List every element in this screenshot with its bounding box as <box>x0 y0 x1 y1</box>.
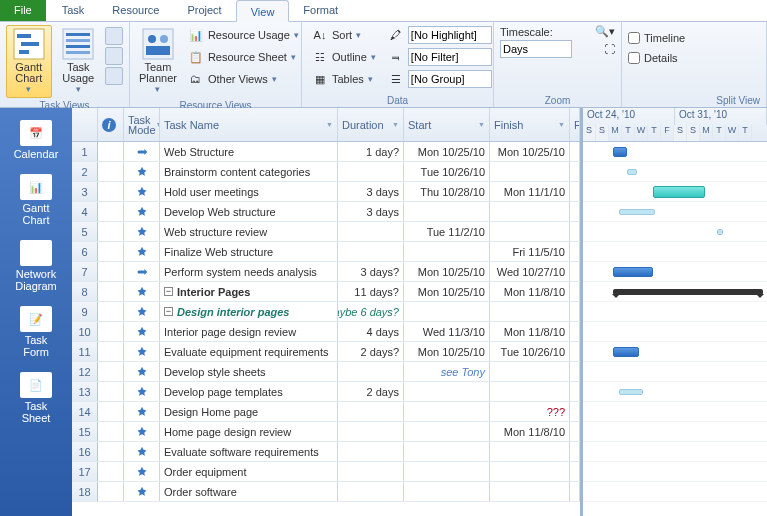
extra-cell[interactable] <box>570 302 580 321</box>
duration-cell[interactable]: 11 days? <box>338 282 404 301</box>
table-row[interactable]: 5Web structure reviewTue 11/2/10 <box>72 222 580 242</box>
duration-cell[interactable]: 3 days? <box>338 262 404 281</box>
start-cell[interactable] <box>404 242 490 261</box>
mode-cell[interactable] <box>124 342 160 361</box>
gantt-row[interactable] <box>583 422 767 442</box>
start-cell[interactable]: Mon 10/25/10 <box>404 262 490 281</box>
duration-cell[interactable]: 2 days? <box>338 342 404 361</box>
details-check[interactable]: Details <box>628 49 760 67</box>
start-cell[interactable] <box>404 382 490 401</box>
gantt-row[interactable] <box>583 302 767 322</box>
taskname-cell[interactable]: Web structure review <box>160 222 338 241</box>
row-number[interactable]: 3 <box>72 182 98 201</box>
taskname-cell[interactable]: Hold user meetings <box>160 182 338 201</box>
info-cell[interactable] <box>98 302 124 321</box>
duration-cell[interactable] <box>338 402 404 421</box>
gantt-bar[interactable] <box>717 229 723 235</box>
finish-cell[interactable] <box>490 482 570 501</box>
taskname-cell[interactable]: Finalize Web structure <box>160 242 338 261</box>
mode-cell[interactable] <box>124 422 160 441</box>
mode-cell[interactable] <box>124 362 160 381</box>
info-cell[interactable] <box>98 402 124 421</box>
info-cell[interactable] <box>98 222 124 241</box>
nav-tasksheet[interactable]: 📄Task Sheet <box>6 368 66 428</box>
finish-cell[interactable]: ??? <box>490 402 570 421</box>
duration-cell[interactable]: 2 days <box>338 382 404 401</box>
gantt-row[interactable] <box>583 362 767 382</box>
gantt-row[interactable] <box>583 482 767 502</box>
timescale-combo[interactable] <box>500 40 572 58</box>
mode-cell[interactable] <box>124 302 160 321</box>
finish-cell[interactable]: Wed 10/27/10 <box>490 262 570 281</box>
gantt-row[interactable] <box>583 402 767 422</box>
taskname-cell[interactable]: Develop style sheets <box>160 362 338 381</box>
mode-cell[interactable] <box>124 402 160 421</box>
row-number[interactable]: 15 <box>72 422 98 441</box>
gantt-row[interactable] <box>583 222 767 242</box>
info-cell[interactable] <box>98 322 124 341</box>
finish-cell[interactable] <box>490 382 570 401</box>
start-cell[interactable] <box>404 422 490 441</box>
other-views-button[interactable]: 🗂Other Views <box>184 69 303 89</box>
table-row[interactable]: 15Home page design reviewMon 11/8/10 <box>72 422 580 442</box>
resource-sheet-button[interactable]: 📋Resource Sheet <box>184 47 303 67</box>
group-combo[interactable]: ☰ <box>384 69 496 89</box>
extra-cell[interactable] <box>570 262 580 281</box>
info-cell[interactable] <box>98 282 124 301</box>
finish-cell[interactable]: Mon 11/8/10 <box>490 282 570 301</box>
gantt-bar[interactable] <box>613 267 653 277</box>
finish-cell[interactable] <box>490 362 570 381</box>
info-cell[interactable] <box>98 262 124 281</box>
duration-cell[interactable] <box>338 362 404 381</box>
finish-cell[interactable]: Mon 10/25/10 <box>490 142 570 161</box>
taskname-cell[interactable]: Home page design review <box>160 422 338 441</box>
gantt-body[interactable] <box>583 142 767 516</box>
row-number[interactable]: 1 <box>72 142 98 161</box>
mode-cell[interactable] <box>124 322 160 341</box>
taskname-cell[interactable]: Web Structure <box>160 142 338 161</box>
mode-cell[interactable] <box>124 182 160 201</box>
finish-cell[interactable] <box>490 442 570 461</box>
info-cell[interactable] <box>98 442 124 461</box>
table-row[interactable]: 12Develop style sheetssee Tony <box>72 362 580 382</box>
col-info[interactable]: i <box>98 108 124 141</box>
table-row[interactable]: 16Evaluate software requirements <box>72 442 580 462</box>
gantt-row[interactable] <box>583 162 767 182</box>
gantt-bar[interactable] <box>613 289 763 295</box>
finish-cell[interactable]: Mon 11/8/10 <box>490 422 570 441</box>
menu-file[interactable]: File <box>0 0 46 21</box>
start-cell[interactable]: see Tony <box>404 362 490 381</box>
table-row[interactable]: 14Design Home page??? <box>72 402 580 422</box>
calendar-mini-icon[interactable] <box>105 47 123 65</box>
outline-toggle[interactable]: − <box>164 307 173 316</box>
col-taskmode[interactable]: Task Mode▼ <box>124 108 160 141</box>
finish-cell[interactable] <box>490 202 570 221</box>
info-cell[interactable] <box>98 362 124 381</box>
menu-project[interactable]: Project <box>173 0 235 21</box>
resource-usage-button[interactable]: 📊Resource Usage <box>184 25 303 45</box>
extra-cell[interactable] <box>570 162 580 181</box>
gantt-row[interactable] <box>583 242 767 262</box>
table-row[interactable]: 13Develop page templates2 days <box>72 382 580 402</box>
table-row[interactable]: 8−Interior Pages11 days?Mon 10/25/10Mon … <box>72 282 580 302</box>
col-taskname[interactable]: Task Name▼ <box>160 108 338 141</box>
duration-cell[interactable] <box>338 482 404 501</box>
finish-cell[interactable] <box>490 462 570 481</box>
gantt-bar[interactable] <box>619 389 643 395</box>
nav-network[interactable]: 🕸Network Diagram <box>6 236 66 296</box>
row-number[interactable]: 14 <box>72 402 98 421</box>
mode-cell[interactable] <box>124 382 160 401</box>
gantt-row[interactable] <box>583 182 767 202</box>
timeline-check[interactable]: Timeline <box>628 29 760 47</box>
nav-taskform[interactable]: 📝Task Form <box>6 302 66 362</box>
info-cell[interactable] <box>98 202 124 221</box>
row-number[interactable]: 12 <box>72 362 98 381</box>
col-select-all[interactable] <box>72 108 98 141</box>
mode-cell[interactable] <box>124 162 160 181</box>
info-cell[interactable] <box>98 382 124 401</box>
row-number[interactable]: 13 <box>72 382 98 401</box>
table-row[interactable]: 10Interior page design review4 daysWed 1… <box>72 322 580 342</box>
mode-cell[interactable] <box>124 282 160 301</box>
finish-cell[interactable] <box>490 162 570 181</box>
taskname-cell[interactable]: −Design interior pages <box>160 302 338 321</box>
